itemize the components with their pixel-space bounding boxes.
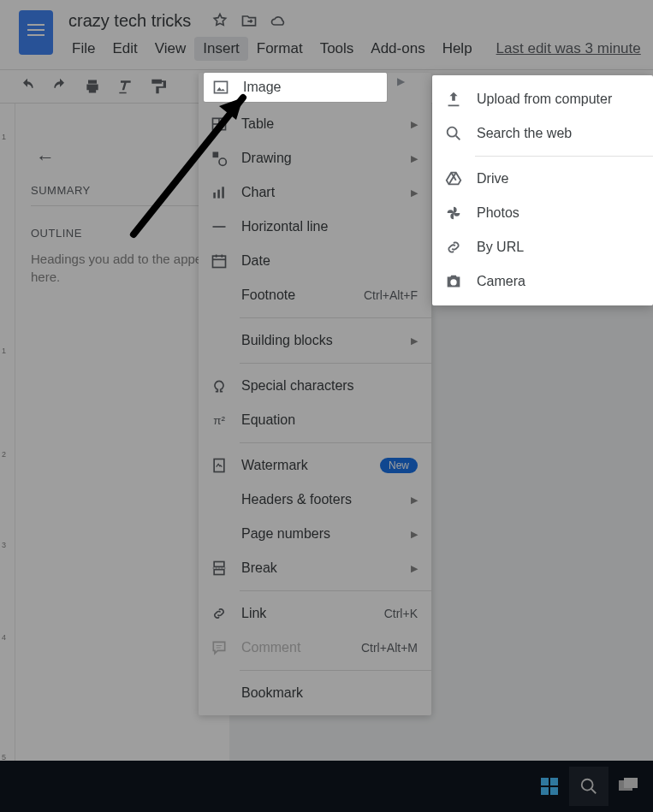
blank-icon (211, 332, 228, 349)
shortcut-label: Ctrl+K (384, 607, 418, 620)
image-submenu: Upload from computerSearch the webDriveP… (432, 75, 653, 305)
last-edit-link[interactable]: Last edit was 3 minute (496, 40, 641, 57)
insert-break-item[interactable]: Break▶ (199, 551, 431, 585)
menu-format[interactable]: Format (248, 37, 312, 61)
svg-rect-26 (550, 778, 558, 785)
submenu-item-label: By URL (477, 240, 524, 255)
menu-item-label: Footnote (241, 287, 364, 303)
menu-item-label: Comment (241, 640, 361, 655)
photos-icon (444, 204, 463, 222)
drive-icon (444, 169, 463, 188)
submenu-item-label: Upload from computer (477, 92, 612, 107)
menu-item-label: Break (241, 560, 411, 576)
menu-help[interactable]: Help (434, 37, 481, 61)
submenu-arrow-icon: ▶ (411, 495, 418, 506)
omega-icon (211, 377, 228, 394)
insert-special-characters-item[interactable]: Special characters (199, 369, 431, 403)
link-icon (211, 605, 228, 622)
image-by-url-item[interactable]: By URL (432, 230, 653, 264)
pi-icon: π² (211, 412, 228, 429)
insert-link-item[interactable]: LinkCtrl+K (199, 596, 431, 631)
blank-icon (211, 685, 228, 702)
svg-line-22 (456, 136, 460, 140)
task-view-icon[interactable] (608, 767, 648, 806)
svg-point-29 (582, 779, 593, 791)
menu-item-label: Headers & footers (241, 492, 411, 507)
svg-rect-27 (541, 787, 549, 795)
svg-rect-15 (214, 562, 224, 567)
taskbar-search-icon[interactable] (569, 767, 608, 806)
search-icon (444, 124, 463, 143)
url-icon (444, 238, 463, 257)
submenu-item-label: Search the web (477, 126, 572, 141)
menu-item-label: Equation (241, 412, 418, 428)
camera-icon (444, 272, 463, 291)
svg-rect-25 (541, 778, 549, 785)
menu-add-ons[interactable]: Add-ons (362, 37, 433, 61)
submenu-arrow-icon: ▶ (411, 187, 418, 199)
svg-rect-16 (214, 570, 224, 575)
start-button[interactable] (530, 767, 569, 806)
image-drive-item[interactable]: Drive (432, 162, 653, 196)
menu-edit[interactable]: Edit (104, 37, 145, 61)
svg-rect-9 (213, 256, 226, 267)
docs-logo-icon[interactable] (19, 10, 53, 55)
submenu-item-label: Drive (477, 171, 508, 187)
image-camera-item[interactable]: Camera (432, 264, 653, 299)
svg-rect-32 (624, 778, 638, 788)
svg-line-30 (591, 789, 597, 794)
insert-equation-item[interactable]: π²Equation (199, 403, 431, 437)
outline-hint: Headings you add to the appear here. (31, 250, 214, 286)
print-icon[interactable] (84, 78, 101, 95)
undo-icon[interactable] (19, 78, 36, 95)
svg-text:π²: π² (213, 414, 225, 427)
submenu-item-label: Photos (477, 205, 519, 221)
insert-image-submenu-arrow-icon: ▶ (397, 75, 405, 87)
menu-item-label: Watermark (241, 458, 380, 473)
move-icon[interactable] (240, 12, 258, 29)
new-badge: New (380, 458, 418, 473)
menu-item-label: Bookmark (241, 685, 418, 701)
menu-view[interactable]: View (146, 37, 195, 61)
insert-bookmark-item[interactable]: Bookmark (199, 676, 431, 710)
insert-footnote-item[interactable]: FootnoteCtrl+Alt+F (199, 278, 431, 312)
star-icon[interactable] (211, 12, 229, 29)
annotation-arrow-icon (123, 82, 269, 245)
menu-item-label: Page numbers (241, 526, 411, 542)
image-search-the-web-item[interactable]: Search the web (432, 116, 653, 151)
document-title[interactable]: crazy tech tricks (63, 9, 196, 33)
insert-headers-footers-item[interactable]: Headers & footers▶ (199, 483, 431, 517)
submenu-arrow-icon: ▶ (411, 529, 418, 540)
image-upload-from-computer-item[interactable]: Upload from computer (432, 82, 653, 116)
vertical-ruler: 112345 (0, 104, 15, 761)
submenu-arrow-icon: ▶ (411, 153, 418, 164)
watermark-icon (211, 457, 228, 474)
redo-icon[interactable] (51, 78, 68, 95)
menu-item-label: Date (241, 253, 418, 269)
windows-taskbar (0, 761, 653, 812)
submenu-arrow-icon: ▶ (411, 563, 418, 574)
break-icon (211, 560, 228, 577)
menu-file[interactable]: File (63, 37, 104, 61)
insert-page-numbers-item[interactable]: Page numbers▶ (199, 517, 431, 551)
submenu-arrow-icon: ▶ (411, 335, 418, 347)
date-icon (211, 252, 228, 270)
comment-icon (211, 639, 228, 656)
image-photos-item[interactable]: Photos (432, 196, 653, 230)
insert-building-blocks-item[interactable]: Building blocks▶ (199, 323, 431, 358)
menu-item-label: Link (241, 606, 384, 621)
submenu-item-label: Camera (477, 274, 525, 289)
blank-icon (211, 491, 228, 508)
menu-tools[interactable]: Tools (312, 37, 363, 61)
insert-watermark-item[interactable]: WatermarkNew (199, 448, 431, 483)
cloud-icon[interactable] (270, 12, 287, 29)
shortcut-label: Ctrl+Alt+M (361, 641, 418, 655)
shortcut-label: Ctrl+Alt+F (364, 288, 418, 302)
menu-item-label: Building blocks (241, 333, 411, 348)
svg-rect-28 (550, 787, 558, 795)
blank-icon (211, 287, 228, 304)
upload-icon (444, 90, 463, 109)
menu-insert[interactable]: Insert (194, 37, 248, 61)
insert-date-item[interactable]: Date (199, 244, 431, 278)
submenu-arrow-icon: ▶ (411, 119, 418, 130)
